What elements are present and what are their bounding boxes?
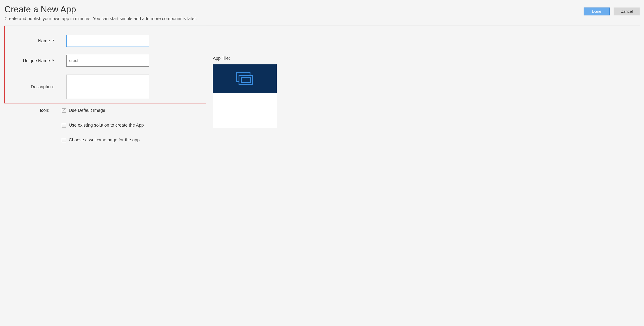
choose-welcome-group: Choose a welcome page for the app	[62, 137, 140, 143]
preview-column: App Tile:	[213, 26, 277, 128]
name-label: Name :*	[9, 38, 66, 44]
page-title: Create a New App	[4, 5, 197, 14]
use-default-image-label: Use Default Image	[69, 108, 106, 113]
name-row: Name :*	[9, 35, 202, 47]
header-buttons: Done Cancel	[584, 8, 640, 16]
unique-name-input[interactable]	[66, 55, 149, 67]
required-fields-box: Name :* Unique Name :* Description:	[4, 26, 206, 103]
app-tile-preview	[213, 64, 277, 128]
page-header: Create a New App Create and publish your…	[4, 5, 640, 26]
app-tile-label: App Tile:	[213, 56, 277, 61]
unique-name-label: Unique Name :*	[9, 58, 66, 63]
choose-welcome-label: Choose a welcome page for the app	[69, 137, 140, 143]
app-tile-header	[213, 64, 277, 93]
description-row: Description:	[9, 75, 202, 99]
use-existing-solution-row: Use existing solution to create the App	[4, 123, 206, 128]
use-existing-solution-label: Use existing solution to create the App	[69, 123, 144, 128]
use-existing-solution-group: Use existing solution to create the App	[62, 123, 144, 128]
title-block: Create a New App Create and publish your…	[4, 5, 197, 21]
description-label: Description:	[9, 84, 66, 89]
use-existing-solution-checkbox[interactable]	[62, 123, 66, 128]
icon-row: Icon: Use Default Image	[4, 108, 206, 113]
page-subtitle: Create and publish your own app in minut…	[4, 16, 197, 21]
choose-welcome-checkbox[interactable]	[62, 138, 66, 142]
use-default-image-group: Use Default Image	[62, 108, 106, 113]
stacked-rectangles-icon	[236, 72, 254, 85]
name-input[interactable]	[66, 35, 149, 47]
cancel-button[interactable]: Cancel	[614, 8, 640, 16]
content-area: Name :* Unique Name :* Description: Icon…	[4, 26, 640, 152]
use-default-image-checkbox[interactable]	[62, 108, 66, 113]
unique-name-row: Unique Name :*	[9, 55, 202, 67]
done-button[interactable]: Done	[584, 8, 610, 16]
description-input[interactable]	[66, 75, 149, 99]
choose-welcome-row: Choose a welcome page for the app	[4, 137, 206, 143]
form-column: Name :* Unique Name :* Description: Icon…	[4, 26, 206, 152]
icon-label: Icon:	[4, 108, 62, 113]
